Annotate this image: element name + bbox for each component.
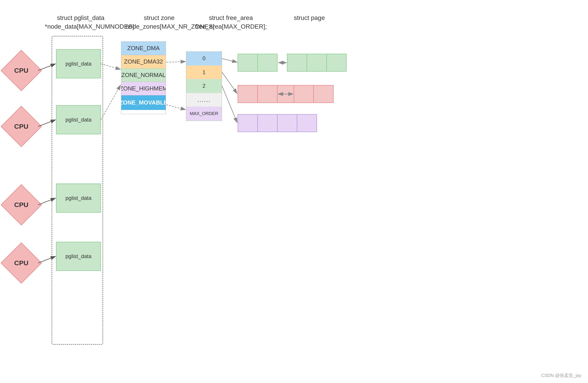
page-block-red-1 <box>238 85 297 103</box>
page-cell <box>257 54 277 72</box>
free-area-dots: ...... <box>186 93 222 107</box>
page-cell <box>313 85 334 103</box>
cpu-1-label: CPU <box>4 67 38 74</box>
page-cell <box>238 114 258 132</box>
free-area-2: 2 <box>186 79 222 93</box>
pglist-box-4: pglist_data <box>56 242 101 271</box>
diagram: struct pglist_data *node_data[MAX_NUMNOD… <box>0 0 588 383</box>
svg-line-8 <box>101 64 121 69</box>
page-cell <box>238 85 258 103</box>
pglist-box-2: pglist_data <box>56 105 101 134</box>
page-cell <box>326 54 347 72</box>
page-cell <box>257 114 277 132</box>
cpu-3: CPU <box>4 188 38 222</box>
pglist-box-3: pglist_data <box>56 184 101 213</box>
free-area-index: 0 1 2 ...... MAX_ORDER <box>186 52 222 121</box>
page-cell <box>294 85 314 103</box>
free-area-1: 1 <box>186 66 222 79</box>
cpu-2-label: CPU <box>4 123 38 130</box>
page-cell <box>287 54 307 72</box>
free-area-max: MAX_ORDER <box>186 107 222 121</box>
zone-highmem: ZONE_HIGHMEM <box>121 82 166 95</box>
page-cell <box>277 114 297 132</box>
svg-line-13 <box>222 72 237 94</box>
page-cell <box>257 85 277 103</box>
zone-dma32: ZONE_DMA32 <box>121 55 166 69</box>
svg-line-12 <box>222 59 237 62</box>
svg-line-9 <box>101 85 121 120</box>
header-free-area: struct free_area free_area[MAX_ORDER]; <box>195 13 267 31</box>
zone-movable: ZONE_MOVABLE <box>121 95 166 110</box>
svg-line-10 <box>166 61 186 62</box>
zone-dma: ZONE_DMA <box>121 42 166 55</box>
header-zone: struct zone node_zones[MAX_NR_ZONES] <box>126 13 193 31</box>
page-cell <box>297 114 317 132</box>
cpu-1: CPU <box>4 54 38 87</box>
svg-line-11 <box>166 105 186 110</box>
zone-normal: ZONE_NORMAL <box>121 69 166 82</box>
cpu-3-label: CPU <box>4 201 38 208</box>
zone-container: ZONE_DMA ZONE_DMA32 ZONE_NORMAL ZONE_HIG… <box>121 41 166 114</box>
page-block-green-2 <box>287 54 347 72</box>
header-page: struct page <box>287 13 332 22</box>
cpu-2: CPU <box>4 110 38 143</box>
cpu-4-label: CPU <box>4 260 38 266</box>
svg-line-14 <box>222 86 237 123</box>
watermark: CSDN @张孟浩_jay <box>541 372 581 379</box>
page-block-red-2 <box>294 85 334 103</box>
free-area-0: 0 <box>186 52 222 66</box>
page-block-green-1 <box>238 54 277 72</box>
page-block-purple <box>238 114 317 132</box>
cpu-4: CPU <box>4 246 38 280</box>
header-pglist: struct pglist_data *node_data[MAX_NUMNOD… <box>45 13 117 31</box>
page-cell <box>238 54 258 72</box>
page-cell <box>307 54 327 72</box>
pglist-box-1: pglist_data <box>56 49 101 78</box>
